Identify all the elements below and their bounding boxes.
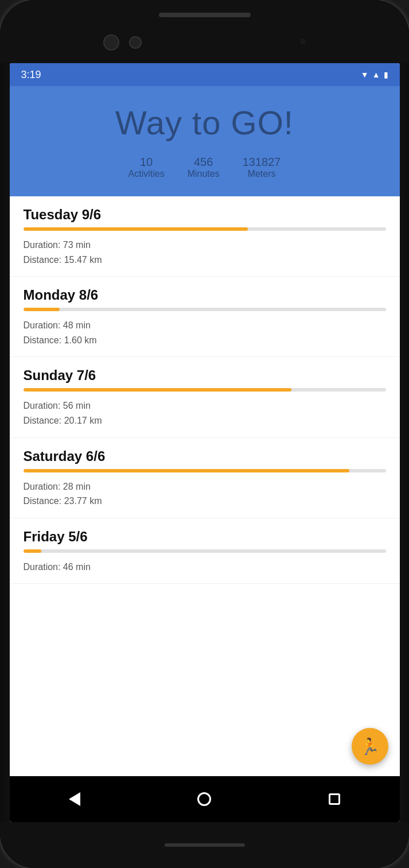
battery-icon: ▮ [384, 70, 388, 79]
activity-detail: Duration: 46 min [24, 560, 386, 575]
activities-list[interactable]: Tuesday 9/6Duration: 73 minDistance: 15.… [10, 196, 400, 776]
progress-bar-container [24, 227, 386, 231]
hero-section: Way to GO! 10 Activities 456 Minutes 131… [10, 86, 400, 196]
status-icons: ▼ ▲ ▮ [361, 70, 388, 79]
signal-icon: ▲ [372, 70, 380, 79]
camera-left [103, 34, 119, 51]
activity-day: Friday 5/6 [24, 529, 386, 545]
recent-icon [329, 793, 340, 805]
nav-back-button[interactable] [63, 788, 86, 811]
activity-detail: Duration: 48 minDistance: 1.60 km [24, 318, 386, 347]
activity-entry[interactable]: Monday 8/6Duration: 48 minDistance: 1.60… [10, 277, 400, 357]
progress-bar-fill [24, 469, 350, 472]
nav-home-button[interactable] [193, 788, 216, 811]
hero-title: Way to GO! [21, 103, 388, 142]
phone-bottom [0, 822, 409, 868]
activity-entry[interactable]: Friday 5/6Duration: 46 min [10, 518, 400, 584]
stat-activities: 10 Activities [128, 156, 165, 179]
hero-stats: 10 Activities 456 Minutes 131827 Meters [21, 156, 388, 179]
stat-meters-label: Meters [248, 169, 276, 179]
screen: 3:19 ▼ ▲ ▮ Way to GO! 10 Activities 456 … [10, 63, 400, 822]
front-camera-dot [300, 38, 306, 44]
fab-button[interactable]: 🏃 [352, 728, 388, 765]
activity-day: Saturday 6/6 [24, 448, 386, 464]
activity-detail: Duration: 28 minDistance: 23.77 km [24, 479, 386, 509]
phone-top-bar [0, 0, 409, 63]
progress-bar-container [24, 388, 386, 392]
progress-bar-container [24, 549, 386, 553]
wifi-icon: ▼ [361, 70, 369, 79]
nav-recent-button[interactable] [323, 788, 346, 811]
stat-minutes-number: 456 [194, 156, 213, 169]
phone-frame: 3:19 ▼ ▲ ▮ Way to GO! 10 Activities 456 … [0, 0, 409, 868]
status-time: 3:19 [21, 69, 41, 81]
activity-day: Tuesday 9/6 [24, 207, 386, 223]
home-icon [197, 792, 211, 806]
speaker-grille [159, 13, 251, 17]
run-icon: 🏃 [360, 737, 380, 756]
activity-entry[interactable]: Saturday 6/6Duration: 28 minDistance: 23… [10, 438, 400, 518]
stat-minutes-label: Minutes [188, 169, 220, 179]
progress-bar-fill [24, 549, 42, 553]
activity-day: Monday 8/6 [24, 287, 386, 303]
camera-right [129, 36, 142, 49]
progress-bar-container [24, 469, 386, 472]
status-bar: 3:19 ▼ ▲ ▮ [10, 63, 400, 86]
progress-bar-fill [24, 308, 60, 311]
progress-bar-fill [24, 388, 292, 392]
progress-bar-container [24, 308, 386, 311]
activity-day: Sunday 7/6 [24, 367, 386, 383]
progress-bar-fill [24, 227, 248, 231]
stat-activities-number: 10 [140, 156, 153, 169]
activity-entry[interactable]: Tuesday 9/6Duration: 73 minDistance: 15.… [10, 196, 400, 277]
back-icon [69, 792, 80, 806]
activity-detail: Duration: 56 minDistance: 20.17 km [24, 398, 386, 428]
nav-bar [10, 776, 400, 822]
stat-meters: 131827 Meters [243, 156, 281, 179]
bottom-bar [165, 843, 245, 847]
activity-entry[interactable]: Sunday 7/6Duration: 56 minDistance: 20.1… [10, 357, 400, 437]
stat-meters-number: 131827 [243, 156, 281, 169]
stat-minutes: 456 Minutes [188, 156, 220, 179]
stat-activities-label: Activities [128, 169, 165, 179]
activity-detail: Duration: 73 minDistance: 15.47 km [24, 238, 386, 267]
